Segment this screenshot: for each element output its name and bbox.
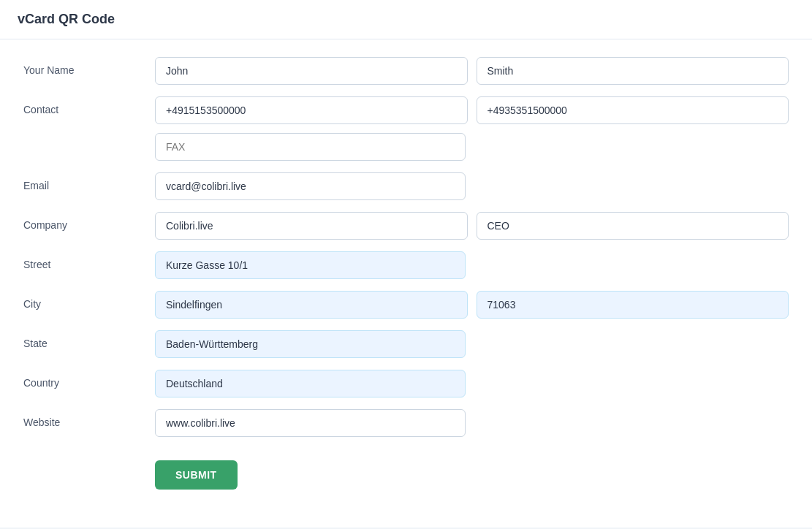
website-row: Website [23, 409, 789, 437]
company-label: Company [23, 212, 155, 231]
street-inputs [155, 251, 789, 279]
last-name-input[interactable] [477, 57, 789, 85]
role-input[interactable] [477, 212, 789, 240]
country-inputs [155, 370, 789, 397]
state-row: State [23, 330, 789, 358]
app-header: vCard QR Code [0, 0, 812, 39]
state-label: State [23, 330, 155, 349]
street-row: Street [23, 251, 789, 279]
email-row: Email [23, 172, 789, 200]
app-title: vCard QR Code [18, 12, 115, 26]
company-input[interactable] [155, 212, 468, 240]
phone2-input[interactable] [477, 96, 789, 124]
website-inputs [155, 409, 789, 437]
phone-input[interactable] [155, 96, 468, 124]
your-name-label: Your Name [23, 57, 155, 76]
company-row: Company [23, 212, 789, 240]
city-row: City [23, 291, 789, 319]
company-inputs [155, 212, 789, 240]
country-row: Country [23, 370, 789, 397]
contact-row: Contact [23, 96, 789, 161]
country-label: Country [23, 370, 155, 389]
contact-inputs [155, 96, 789, 161]
email-inputs [155, 172, 789, 200]
form-container: Your Name Contact Email Company [0, 39, 812, 528]
contact-label: Contact [23, 96, 155, 115]
website-label: Website [23, 409, 155, 428]
submit-button[interactable]: SUBMIT [155, 460, 238, 490]
fax-input[interactable] [155, 133, 466, 161]
postal-input[interactable] [477, 291, 789, 319]
website-input[interactable] [155, 409, 466, 437]
email-input[interactable] [155, 172, 466, 200]
country-input[interactable] [155, 370, 466, 397]
city-input[interactable] [155, 291, 468, 319]
street-input[interactable] [155, 251, 466, 279]
city-inputs [155, 291, 789, 319]
first-name-input[interactable] [155, 57, 468, 85]
street-label: Street [23, 251, 155, 270]
city-label: City [23, 291, 155, 310]
state-inputs [155, 330, 789, 358]
your-name-inputs [155, 57, 789, 85]
your-name-row: Your Name [23, 57, 789, 85]
state-input[interactable] [155, 330, 466, 358]
email-label: Email [23, 172, 155, 191]
